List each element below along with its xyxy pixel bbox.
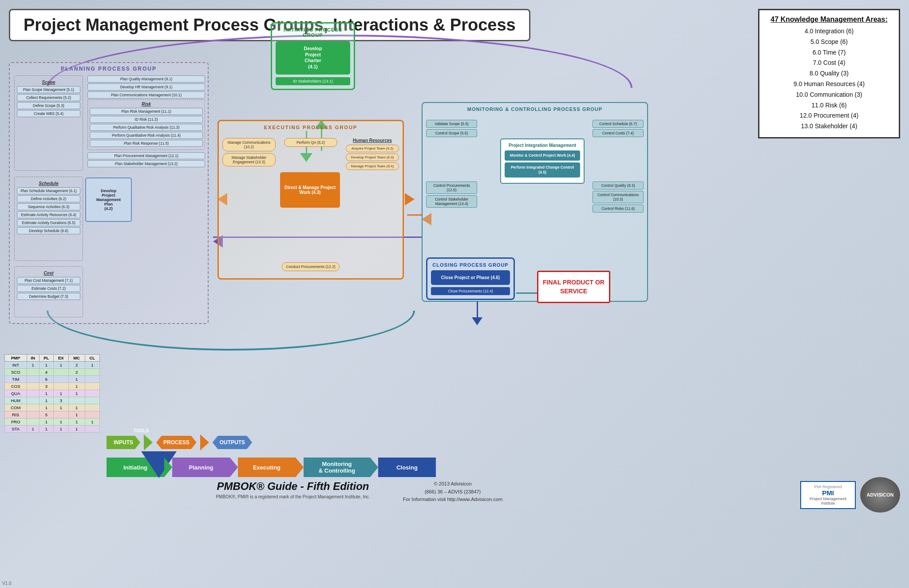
mon-left-items: Validate Scope (5.5) Control Scope (5.6)…: [426, 120, 477, 209]
outputs-legend: OUTPUTS: [213, 436, 252, 449]
phase-initiating: Initiating: [107, 458, 164, 477]
risk-sub-box: Risk Plan Risk Management (11.1) ID Risk…: [87, 99, 205, 150]
plan-quality-mgmt: Plan Quality Management (8.1): [87, 75, 205, 83]
mon-left-bottom: Control Procurements (12.5) Control Stak…: [426, 182, 477, 208]
row-label: COM: [5, 404, 27, 411]
pmi-registered-label: PMI Registered: [805, 485, 851, 489]
pmi-col-in: IN: [27, 355, 39, 362]
pmbok-area: PMBOK® Guide - Fifth Edition PMBOK®, PMI…: [209, 480, 377, 499]
close-project-box: Close Project or Phase (4.6): [431, 270, 510, 285]
manage-comms: Manage Communications (10.2): [222, 138, 276, 151]
table-row: STA1111: [5, 426, 100, 433]
risk-sub-title: Risk: [90, 102, 203, 107]
manage-stakeholder: Manage Stakeholder Engagement (13.3): [222, 153, 276, 166]
dev-project-mgmt-plan-box: DevelopProjectManagementPlan(4.2): [85, 178, 132, 222]
pmi-logo: PMI Registered PMI Project Management In…: [800, 481, 856, 509]
row-label: QUA: [5, 390, 27, 397]
cost-sub-box: Cost Plan Cost Management (7.1) Estimate…: [14, 266, 83, 317]
row-label: TIM: [5, 376, 27, 383]
phase-monitoring: Monitoring& Controlling: [304, 458, 370, 477]
cost-title: Cost: [17, 271, 80, 276]
pmi-logo-text: PMI: [805, 489, 851, 497]
develop-hr-mgmt: Develop HR Management (9.1): [87, 83, 205, 91]
table-row: QUA111: [5, 390, 100, 397]
row-label: SCO: [5, 369, 27, 376]
table-row: HUM13: [5, 397, 100, 404]
initiating-title: INITIATING PROCESS GROUP: [276, 27, 350, 38]
plan-cost-mgmt: Plan Cost Management (7.1): [17, 277, 80, 284]
perform-qa: Perform QA (8.2): [284, 138, 337, 147]
collect-requirements: Collect Requirements (5.2): [17, 94, 80, 101]
copyright-area: © 2013 Advisicon (866) 36 – ADVIS (23847…: [391, 480, 515, 504]
plan-scope-mgmt: Plan Scope Management (5.1): [17, 86, 80, 93]
control-scope: Control Scope (5.6): [426, 129, 477, 137]
row-label: COS: [5, 383, 27, 390]
plan-stakeholder-mgmt: Plan Stakeholder Management (13.2): [87, 160, 205, 167]
table-row: COM111: [5, 404, 100, 411]
control-costs: Control Costs (7.4): [593, 129, 644, 137]
row-label: STA: [5, 426, 27, 433]
acquire-project-team: Acquire Project Team (9.2): [346, 145, 399, 152]
create-wbs: Create WBS (5.4): [17, 110, 80, 117]
plan-comms-mgmt: Plan Communications Management (10.1): [87, 91, 205, 99]
phase-planning: Planning: [172, 458, 230, 477]
plan-schedule-mgmt: Plan Schedule Management (6.1): [17, 187, 80, 194]
phase-executing: Executing: [238, 458, 296, 477]
conduct-procurements: Conduct Procurements (12.2): [282, 262, 340, 271]
pmi-col-mc: MC: [68, 355, 85, 362]
pmi-col-pl: PL: [39, 355, 54, 362]
copyright-line2: (866) 36 – ADVIS (23847): [391, 488, 515, 496]
closing-title: CLOSING PROCESS GROUP: [431, 262, 510, 268]
phases-row: Initiating Planning Executing Monitoring…: [107, 458, 436, 477]
id-stakeholders: ID Stakeholders (13.1): [276, 77, 350, 85]
table-row: INT11121: [5, 362, 100, 369]
control-schedule: Control Schedule (6.7): [593, 120, 644, 128]
inputs-label: INPUTS: [114, 439, 133, 446]
knowledge-areas-list: 4.0 Integration (6) 5.0 Scope (6) 6.0 Ti…: [767, 26, 891, 132]
hr-label: Human Resources: [346, 138, 399, 143]
executing-process-group: EXECUTING PROCESS GROUP Direct & Manage …: [217, 120, 404, 280]
knowledge-areas-box: 47 Knowledge Management Areas: 4.0 Integ…: [758, 9, 900, 138]
phase-init-label: Initiating: [123, 464, 147, 471]
plan-right-items: Plan Quality Management (8.1) Develop HR…: [87, 75, 205, 168]
blue-down-arrow: [472, 302, 482, 325]
control-risks: Control Risks (11.6): [593, 205, 644, 213]
phase-clos-label: Closing: [396, 464, 418, 471]
process-legend: PROCESS: [156, 436, 197, 449]
project-integration-mgmt-box: Project Integration Management Monitor &…: [500, 138, 585, 184]
row-label: HUM: [5, 397, 27, 404]
pmi-table-wrapper: PMI* IN PL EX MC CL INT11121 SCO42 TIM61…: [4, 354, 100, 433]
planning-process-group: PLANNING PROCESS GROUP Scope Plan Scope …: [9, 62, 209, 324]
knowledge-areas-heading: 47 Knowledge Management Areas:: [767, 16, 891, 24]
outputs-label: OUTPUTS: [220, 439, 245, 446]
schedule-sub-box: Schedule Plan Schedule Management (6.1) …: [14, 177, 83, 261]
copyright-line3: For Information visit http://www.Advisic…: [391, 496, 515, 504]
row-label: INT: [5, 362, 27, 369]
plan-procurement-mgmt: Plan Procurement Management (12.1): [87, 152, 205, 159]
pmbok-subtitle: PMBOK®, PMI® is a registered mark of the…: [209, 494, 377, 499]
estimate-activity-resources: Estimate Activity Resources (6.4): [17, 211, 80, 218]
page-title: Project Management Process Groups, Inter…: [24, 16, 516, 35]
control-procurements: Control Procurements (12.5): [426, 182, 477, 194]
estimate-activity-durations: Estimate Activity Durations (6.5): [17, 219, 80, 226]
final-product-text: FINAL PRODUCT OR SERVICE: [543, 279, 605, 295]
executing-title: EXECUTING PROCESS GROUP: [222, 125, 399, 130]
orange-arrow-left-line: [407, 214, 423, 216]
dev-plan-text: DevelopProjectManagementPlan(4.2): [96, 189, 121, 211]
advisicon-logo: ADVISICON: [860, 477, 900, 513]
develop-charter-box: DevelopProjectCharter(4.1): [276, 41, 350, 75]
manage-project-team: Manage Project Team (9.4): [346, 162, 399, 170]
title-box: Project Management Process Groups, Inter…: [9, 9, 530, 41]
table-row: SCO42: [5, 369, 100, 376]
exec-left-items: Manage Communications (10.2) Manage Stak…: [222, 138, 276, 168]
orange-arrow-right: [405, 193, 415, 205]
mon-right-items: Control Schedule (6.7) Control Costs (7.…: [593, 120, 644, 214]
scope-sub-box: Scope Plan Scope Management (5.1) Collec…: [14, 75, 83, 171]
table-row: PRO1111: [5, 418, 100, 426]
monitoring-title: MONITORING & CONTROLLING PROCESS GROUP: [426, 107, 644, 112]
pmbok-title: PMBOK® Guide - Fifth Edition: [209, 480, 377, 493]
control-stakeholder-mgmt: Control Stakeholder Management (13.4): [426, 195, 477, 208]
advisicon-label: ADVISICON: [866, 492, 893, 497]
copyright-line1: © 2013 Advisicon: [391, 480, 515, 488]
pi-box-title: Project Integration Management: [505, 143, 580, 148]
